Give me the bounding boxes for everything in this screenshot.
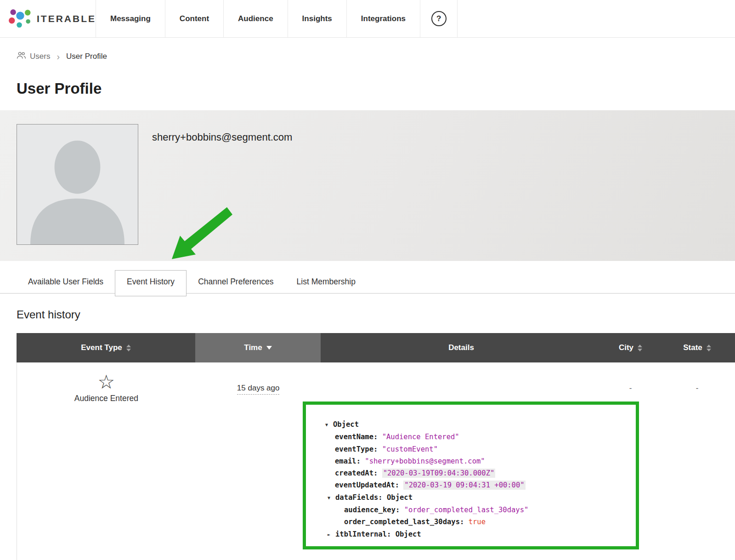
details-annotation-box: ▼Object eventName: "Audience Entered" ev… [303, 402, 639, 549]
nav-integrations[interactable]: Integrations [347, 0, 420, 37]
time-cell: 15 days ago [196, 362, 321, 560]
json-root-line: ▼Object [325, 419, 631, 431]
help-button[interactable]: ? [420, 0, 458, 37]
event-details-json-tree: ▼Object eventName: "Audience Entered" ev… [306, 405, 636, 541]
json-field-dataFields: ▼dataFields: Object [325, 492, 631, 504]
breadcrumb: Users › User Profile [17, 51, 735, 62]
brand[interactable]: ITERABLE [0, 0, 96, 37]
sort-icon [707, 345, 711, 351]
event-type-header-label: Event Type [81, 343, 122, 352]
json-field-eventUpdatedAt: eventUpdatedAt: "2020-03-19 09:04:31 +00… [325, 479, 631, 491]
state-header-label: State [683, 343, 702, 352]
iterable-logo-icon [8, 7, 31, 30]
nav-insights[interactable]: Insights [288, 0, 347, 37]
event-type-label: Audience Entered [17, 394, 196, 403]
column-header-state[interactable]: State [659, 333, 735, 362]
sort-icon [638, 345, 642, 351]
json-object-label: Object [333, 420, 359, 429]
column-header-city[interactable]: City [602, 333, 659, 362]
main-nav: Messaging Content Audience Insights Inte… [96, 0, 458, 37]
profile-banner: sherry+bobbins@segment.com [0, 110, 735, 261]
tab-channel-preferences[interactable]: Channel Preferences [187, 271, 285, 293]
page-title: User Profile [17, 80, 735, 97]
help-icon: ? [431, 11, 447, 26]
json-field-email: email: "sherry+bobbins@segment.com" [325, 455, 631, 467]
collapse-triangle-icon[interactable]: ▼ [325, 419, 333, 431]
column-header-details[interactable]: Details [321, 333, 602, 362]
sort-icon [126, 345, 131, 351]
breadcrumb-users[interactable]: Users [17, 51, 50, 62]
json-field-order-completed: order_completed_last_30days: true [325, 516, 631, 528]
avatar-silhouette-icon [17, 131, 138, 244]
details-header-label: Details [448, 343, 474, 352]
user-profile-page: ITERABLE Messaging Content Audience Insi… [0, 0, 735, 560]
users-icon [17, 51, 26, 62]
json-field-audience-key: audience_key: "order_completed_last_30da… [325, 504, 631, 516]
collapse-triangle-icon[interactable]: ▼ [328, 492, 335, 504]
json-field-itblInternal: ►itblInternal: Object [325, 528, 631, 541]
tab-list-membership[interactable]: List Membership [285, 271, 367, 293]
top-nav: ITERABLE Messaging Content Audience Insi… [0, 0, 735, 38]
column-header-time[interactable]: Time [195, 333, 321, 362]
event-history-heading: Event history [17, 308, 735, 321]
table-row: ☆ Audience Entered 15 days ago - - ▼Obje… [17, 362, 735, 560]
city-header-label: City [619, 343, 633, 352]
time-header-label: Time [244, 343, 262, 352]
event-history-table: Event Type Time Details City State ☆ [17, 333, 735, 560]
nav-content[interactable]: Content [165, 0, 224, 37]
sorted-desc-icon [266, 346, 272, 350]
star-icon[interactable]: ☆ [17, 373, 196, 392]
brand-name: ITERABLE [37, 13, 96, 24]
json-field-createdAt: createdAt: "2020-03-19T09:04:30.000Z" [325, 467, 631, 479]
relative-time[interactable]: 15 days ago [237, 384, 280, 395]
column-header-event-type[interactable]: Event Type [17, 333, 195, 362]
table-header-row: Event Type Time Details City State [17, 333, 735, 362]
nav-messaging[interactable]: Messaging [96, 0, 165, 37]
avatar [17, 124, 138, 245]
breadcrumb-users-label: Users [30, 52, 50, 61]
breadcrumb-current: User Profile [66, 52, 107, 61]
event-type-cell: ☆ Audience Entered [17, 362, 196, 560]
nav-audience[interactable]: Audience [224, 0, 288, 37]
profile-tabs: Available User Fields Event History Chan… [0, 270, 735, 294]
json-field-eventName: eventName: "Audience Entered" [325, 431, 631, 443]
profile-email: sherry+bobbins@segment.com [152, 131, 292, 261]
expand-triangle-icon[interactable]: ► [328, 529, 335, 541]
tab-event-history[interactable]: Event History [115, 270, 187, 296]
json-field-eventType: eventType: "customEvent" [325, 443, 631, 455]
tab-available-user-fields[interactable]: Available User Fields [17, 271, 115, 293]
state-cell: - [659, 362, 735, 560]
chevron-right-icon: › [57, 52, 60, 61]
